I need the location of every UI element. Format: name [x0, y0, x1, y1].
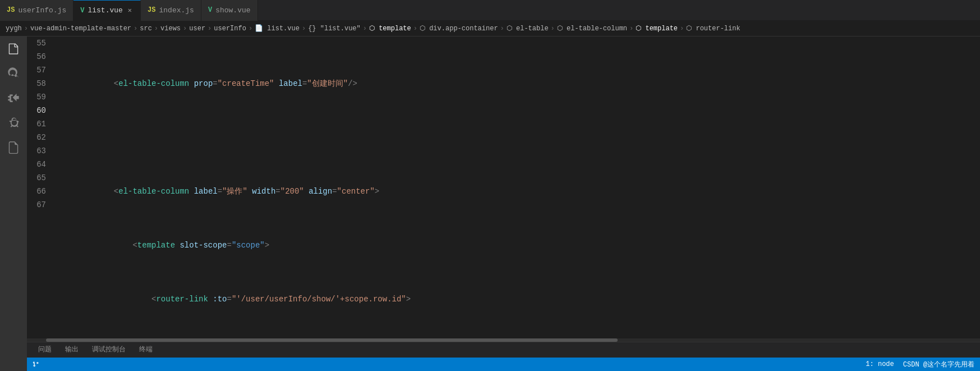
- status-left: [33, 361, 39, 368]
- bottom-tab-output-label: 输出: [65, 346, 79, 354]
- status-bar: 1: node CSDN @这个名字先用着: [27, 358, 980, 371]
- main-area: 55 56 57 58 59 60 61 62 63 64 65 66 67 <…: [0, 36, 980, 371]
- tab-list[interactable]: V list.vue ✕: [73, 0, 141, 21]
- sidebar-icon-extensions[interactable]: [6, 140, 21, 155]
- bottom-panel-tabs: 问题 输出 调试控制台 终端: [27, 342, 980, 358]
- sidebar-icon-search[interactable]: [6, 66, 21, 81]
- bottom-tab-problems-label: 问题: [38, 346, 52, 354]
- bottom-tab-debug-console[interactable]: 调试控制台: [85, 342, 132, 358]
- breadcrumb-eltable: ⬡ el-table: [507, 24, 549, 33]
- breadcrumb-project: vue-admin-template-master: [30, 25, 131, 33]
- vue-icon-list: V: [80, 7, 84, 15]
- tab-userinfo[interactable]: JS userInfo.js: [0, 0, 73, 21]
- tab-show[interactable]: V show.vue: [201, 0, 258, 21]
- js-icon: JS: [7, 6, 15, 14]
- tab-label-userinfo: userInfo.js: [18, 6, 66, 15]
- tab-index[interactable]: JS index.js: [141, 0, 201, 21]
- close-icon[interactable]: ✕: [126, 5, 134, 16]
- status-line-col: 1: node: [866, 360, 894, 368]
- tab-bar: JS userInfo.js V list.vue ✕ JS index.js …: [0, 0, 980, 21]
- sidebar: [0, 36, 27, 371]
- breadcrumb-template1: ⬡ template: [369, 24, 411, 33]
- sidebar-icon-files[interactable]: [6, 41, 21, 57]
- tab-label-index: index.js: [159, 6, 194, 15]
- status-brand: CSDN @这个名字先用着: [903, 360, 974, 369]
- code-lines: <el-table-column prop="createTime" label…: [55, 36, 980, 338]
- sidebar-icon-git[interactable]: [6, 90, 21, 106]
- tab-label-list: list.vue: [88, 6, 122, 15]
- breadcrumb-template2: ⬡ template: [636, 24, 678, 33]
- breadcrumb-userinfo: userInfo: [214, 25, 246, 33]
- breadcrumb-yygh: yygh: [6, 25, 22, 33]
- editor-area: 55 56 57 58 59 60 61 62 63 64 65 66 67 <…: [27, 36, 980, 371]
- breadcrumb-views: views: [160, 25, 181, 33]
- breadcrumb-src: src: [140, 25, 152, 33]
- status-right: 1: node CSDN @这个名字先用着: [866, 360, 974, 369]
- tab-label-show: show.vue: [215, 6, 250, 15]
- line-numbers: 55 56 57 58 59 60 61 62 63 64 65 66 67: [27, 36, 55, 338]
- breadcrumb-eltablecolumn: ⬡ el-table-column: [557, 24, 627, 33]
- bottom-tab-output[interactable]: 输出: [58, 342, 85, 358]
- code-container[interactable]: 55 56 57 58 59 60 61 62 63 64 65 66 67 <…: [27, 36, 980, 338]
- code-line-55: <el-table-column prop="createTime" label…: [57, 77, 980, 90]
- code-line-59: <router-link :to="'/user/userInfo/show/'…: [57, 292, 980, 306]
- bottom-tab-debug-label: 调试控制台: [92, 346, 126, 354]
- breadcrumb-routerlink: ⬡ router-link: [686, 24, 740, 33]
- status-branch: [33, 361, 39, 368]
- vue-icon-show: V: [208, 6, 212, 14]
- js-icon-index: JS: [148, 6, 155, 14]
- code-line-58: <template slot-scope="scope">: [57, 239, 980, 252]
- bottom-tab-terminal-label: 终端: [139, 346, 153, 354]
- bottom-tab-terminal[interactable]: 终端: [132, 342, 159, 358]
- breadcrumb: yygh › vue-admin-template-master › src ›…: [0, 21, 980, 36]
- sidebar-icon-debug[interactable]: [6, 115, 21, 131]
- code-line-56: [57, 131, 980, 144]
- bottom-tab-problems[interactable]: 问题: [31, 342, 58, 358]
- breadcrumb-listvue: 📄 list.vue: [255, 24, 300, 33]
- breadcrumb-divapp: ⬡ div.app-container: [420, 24, 498, 33]
- breadcrumb-user: user: [189, 25, 205, 33]
- breadcrumb-scope: {} "list.vue": [308, 25, 361, 33]
- code-line-57: <el-table-column label="操作" width="200" …: [57, 185, 980, 198]
